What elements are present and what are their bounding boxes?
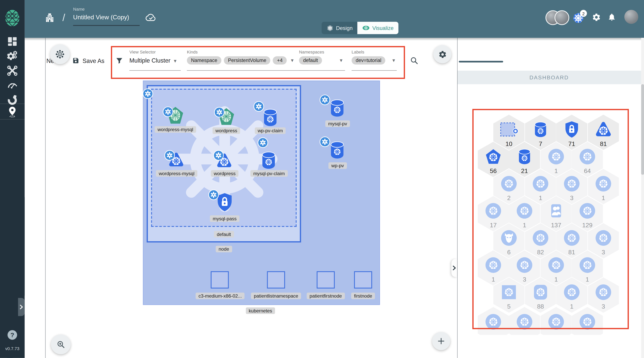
name-input[interactable]: Untitled View (Copy) — [73, 14, 129, 21]
sidebar-expand-button[interactable] — [18, 298, 25, 316]
meshery-operator-badge — [258, 137, 268, 148]
square-icon — [493, 282, 524, 302]
panel-divider — [457, 38, 458, 358]
node-square[interactable] — [267, 271, 285, 288]
circle-icon — [572, 146, 603, 167]
namespaces-select[interactable]: default ▼ — [299, 56, 343, 65]
resource-count: 88 — [525, 303, 556, 310]
tab-design[interactable]: Design — [322, 22, 358, 34]
volume-icon — [509, 146, 540, 167]
kind-chip[interactable]: PersistentVolume — [224, 56, 270, 65]
roundsquare-icon — [525, 282, 556, 302]
resource-count: 3 — [588, 303, 619, 310]
name-field-label: Name — [73, 7, 85, 12]
meshery-operator-badge — [254, 101, 264, 112]
users-icon — [540, 201, 572, 221]
resource-label: wordpress-mysql — [154, 126, 196, 133]
sidebar-divider — [0, 119, 25, 120]
sidebar-item-lifecycle[interactable] — [0, 51, 25, 62]
pentagon-icon — [478, 146, 509, 167]
input-underline — [187, 70, 308, 71]
circle-icon — [509, 311, 540, 332]
panel-scrollbar-thumb[interactable] — [641, 84, 644, 175]
chevron-down-icon: ▼ — [173, 58, 177, 63]
namespaces-label: Namespaces — [299, 49, 343, 54]
node-square[interactable] — [211, 271, 229, 288]
design-icon — [326, 25, 334, 32]
mode-toggle: Design Visualize — [322, 22, 398, 34]
kind-chip-more[interactable]: +4 — [273, 56, 287, 65]
circle-icon — [509, 201, 540, 221]
sidebar-divider — [0, 104, 25, 104]
pv-mysql-pv[interactable] — [330, 99, 345, 117]
chevron-down-icon: ▼ — [392, 58, 396, 63]
chevron-down-icon: ▼ — [290, 58, 294, 63]
actions-fab-button[interactable] — [50, 45, 70, 64]
circle-icon — [540, 311, 572, 332]
pv-wp-pv[interactable] — [330, 141, 345, 159]
meshery-operator-badge — [163, 106, 173, 117]
labels-select[interactable]: dev=tutorial ▼ — [352, 56, 396, 65]
node-label: firstnode — [351, 292, 375, 299]
circle-icon — [478, 255, 509, 275]
design-label: Design — [336, 25, 352, 31]
chevron-right-icon — [19, 304, 24, 309]
node-label: patientlistnamespace — [251, 292, 301, 299]
search-icon[interactable] — [410, 56, 418, 65]
canvas-settings-button[interactable] — [433, 45, 452, 63]
organization-icon[interactable] — [44, 12, 55, 23]
namespace-icon — [493, 119, 524, 140]
gear-icon — [438, 50, 447, 59]
save-as-button[interactable]: Save As — [82, 58, 104, 64]
circle-icon — [556, 173, 588, 194]
dashboard-section-header: DASHBOARD — [457, 71, 641, 84]
kinds-select[interactable]: Namespace PersistentVolume +4 ▼ — [187, 56, 294, 65]
sidebar-item-performance[interactable] — [0, 79, 25, 91]
add-button[interactable] — [432, 332, 450, 350]
tool-rail — [25, 38, 45, 358]
circle-icon — [572, 255, 603, 275]
chevron-right-icon — [452, 265, 457, 270]
visualize-label: Visualize — [372, 25, 394, 31]
zoom-in-button[interactable] — [51, 334, 71, 354]
version-label: v0.7.73 — [0, 346, 25, 351]
help-button[interactable]: ? — [0, 329, 25, 341]
circle-icon — [556, 282, 588, 302]
daemon-icon — [493, 228, 524, 248]
header-shadow — [25, 38, 644, 41]
hexagon-circle[interactable] — [478, 307, 509, 335]
pvc-mysql-pv-claim[interactable] — [261, 151, 276, 169]
meshery-operator-badge — [164, 150, 175, 161]
kinds-label: Kinds — [187, 49, 294, 54]
node-label: patientfirstnode — [307, 292, 345, 299]
node-square[interactable] — [317, 271, 335, 288]
resource-label: mysql-pv — [326, 121, 350, 127]
sidebar-item-configuration[interactable] — [0, 65, 25, 77]
gear-icon[interactable] — [592, 13, 601, 22]
resource-label: mysql-pass — [210, 215, 240, 222]
sidebar-item-dashboard[interactable] — [0, 36, 25, 47]
namespace-chip[interactable]: default — [299, 56, 322, 65]
notifications-bell-icon[interactable] — [608, 13, 616, 22]
collaborator-avatar[interactable] — [554, 10, 569, 25]
view-selector-dropdown[interactable]: Multiple Cluster ▼ — [129, 57, 177, 64]
node-square[interactable] — [354, 271, 372, 288]
panel-collapse-handle[interactable] — [452, 259, 457, 277]
hexagon-circle[interactable] — [509, 307, 540, 335]
label-chip[interactable]: dev=tutorial — [352, 56, 386, 65]
meshery-operator-badge — [320, 95, 330, 105]
meshery-logo[interactable] — [3, 9, 22, 27]
tab-visualize[interactable]: Visualize — [358, 22, 398, 34]
volume-icon — [525, 119, 556, 140]
kind-chip[interactable]: Namespace — [187, 56, 221, 65]
context-count-badge: 2 — [580, 10, 587, 17]
sidebar-item-environment[interactable] — [0, 106, 25, 118]
user-avatar[interactable] — [624, 10, 638, 24]
circle-icon — [588, 173, 619, 194]
pvc-wp-pv-claim[interactable] — [262, 109, 278, 127]
hexagon-circle[interactable] — [572, 307, 603, 335]
node-label: c3-medium-x86-02... — [196, 292, 245, 299]
chevron-down-icon: ▼ — [339, 58, 343, 63]
circle-icon — [525, 228, 556, 248]
hexagon-circle[interactable] — [540, 307, 572, 335]
